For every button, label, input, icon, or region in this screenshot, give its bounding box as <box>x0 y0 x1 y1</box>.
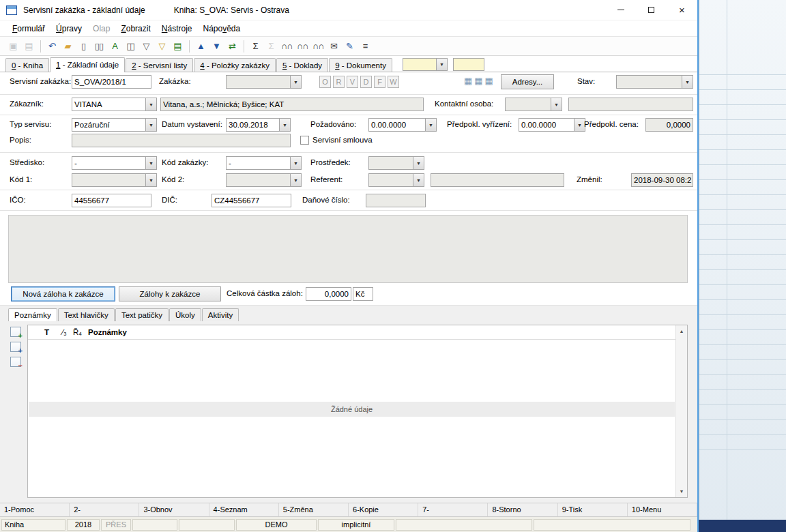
referent-detail-field[interactable] <box>431 173 564 187</box>
maximize-button[interactable] <box>636 0 667 20</box>
deposits-list-button[interactable]: Zálohy k zakázce <box>119 286 221 301</box>
stav-combo[interactable]: ▼ <box>616 75 693 89</box>
chevron-down-icon[interactable]: ▼ <box>145 174 156 186</box>
move-down-icon[interactable]: ▼ <box>209 39 224 54</box>
menu-item-formular[interactable]: Formulář <box>7 22 50 35</box>
dic-field[interactable]: CZ44556677 <box>212 194 291 207</box>
fnkey-10[interactable]: 10-Menu <box>628 503 697 516</box>
refresh-icon[interactable]: ⇄ <box>224 39 239 54</box>
chevron-down-icon[interactable]: ▼ <box>551 98 562 110</box>
fnkey-7[interactable]: 7- <box>418 503 488 516</box>
scroll-up-icon[interactable]: ▲ <box>680 325 684 337</box>
quick-field[interactable] <box>453 58 484 71</box>
new-document-icon[interactable]: ▯ <box>76 39 91 54</box>
kod2-combo[interactable]: ▼ <box>226 173 302 187</box>
address-grid-icon-2[interactable]: ▦ <box>474 76 482 85</box>
zakaznik-combo[interactable]: VITANA▼ <box>72 98 157 111</box>
zmenil-field[interactable]: 2018-09-30 08:2 <box>631 173 693 187</box>
tab-4[interactable]: 4 - Položky zakázky <box>194 58 276 72</box>
minimize-button[interactable] <box>605 0 636 20</box>
ico-field[interactable]: 44556677 <box>72 194 151 207</box>
zakazka-combo[interactable]: ▼ <box>226 75 302 89</box>
preview-icon[interactable]: ◫ <box>123 39 138 54</box>
kod1-combo[interactable]: ▼ <box>72 173 157 187</box>
filter-icon[interactable]: ▽ <box>139 39 154 54</box>
flag-button-f[interactable]: F <box>374 76 385 88</box>
quick-combo[interactable]: ▼ <box>403 58 448 71</box>
chevron-down-icon[interactable]: ▼ <box>279 119 290 131</box>
chevron-down-icon[interactable]: ▼ <box>413 157 424 169</box>
fnkey-5[interactable]: 5-Změna <box>279 503 349 516</box>
new-deposit-button[interactable]: Nová záloha k zakázce <box>11 286 115 301</box>
zakaznik-detail-field[interactable]: Vitana, a.s.; Mělnická; Byšice; KAT <box>160 98 424 111</box>
notes-tab-4[interactable]: Aktivity <box>202 308 239 321</box>
chevron-down-icon[interactable]: ▼ <box>290 157 301 169</box>
fnkey-2[interactable]: 2- <box>70 503 139 516</box>
danove-cislo-field[interactable] <box>366 194 426 207</box>
fnkey-9[interactable]: 9-Tisk <box>558 503 628 516</box>
fnkey-8[interactable]: 8-Storno <box>488 503 557 516</box>
find-icon[interactable]: ∩∩ <box>279 39 294 54</box>
edit-note-icon[interactable]: ✎ <box>342 39 357 54</box>
prostredek-combo[interactable]: ▼ <box>368 156 424 170</box>
menu-item-upravy[interactable]: Úpravy <box>50 22 87 35</box>
notes-scrollbar[interactable]: ▲ ▼ <box>675 325 687 497</box>
predpokl-vyrizeni-combo[interactable]: 0.00.0000▼ <box>519 118 585 132</box>
filter-active-icon[interactable]: ▽ <box>154 39 169 54</box>
servisni-zakazka-field[interactable]: S_OVA/2018/1 <box>72 75 151 89</box>
kontaktni-osoba-detail-field[interactable] <box>568 98 693 111</box>
stredisko-combo[interactable]: -▼ <box>72 156 157 170</box>
chevron-down-icon[interactable]: ▼ <box>436 59 447 70</box>
flag-button-r[interactable]: R <box>333 76 345 88</box>
chevron-down-icon[interactable]: ▼ <box>145 98 156 110</box>
kod-zakazky-combo[interactable]: -▼ <box>226 156 302 170</box>
find-new-icon[interactable]: ∩∩ <box>310 39 325 54</box>
notes-column-header-1[interactable]: ⁄₃ <box>58 328 69 336</box>
referent-combo[interactable]: ▼ <box>368 173 424 187</box>
menu-item-nastroje[interactable]: Nástroje <box>156 22 198 35</box>
tab-9[interactable]: 9 - Dokumenty <box>329 58 392 72</box>
note-delete-icon[interactable]: − <box>10 357 21 367</box>
notes-tab-3[interactable]: Úkoly <box>169 308 201 321</box>
sum-icon[interactable]: Σ <box>248 39 263 54</box>
servisni-smlouva-checkbox[interactable] <box>300 136 309 145</box>
kontaktni-osoba-combo[interactable]: ▼ <box>505 98 562 111</box>
datum-vystaveni-combo[interactable]: 30.09.2018▼ <box>226 118 291 132</box>
flag-button-w[interactable]: W <box>388 76 399 88</box>
close-button[interactable]: × <box>667 0 697 20</box>
typ-servisu-combo[interactable]: Pozáruční▼ <box>72 118 157 132</box>
layers-icon[interactable]: ▤ <box>170 39 185 54</box>
fnkey-3[interactable]: 3-Obnov <box>139 503 209 516</box>
note-add-icon[interactable]: + <box>10 327 21 337</box>
notes-tab-2[interactable]: Text patičky <box>115 308 169 321</box>
fnkey-6[interactable]: 6-Kopie <box>349 503 418 516</box>
mail-icon[interactable]: ✉ <box>326 39 341 54</box>
notes-tab-0[interactable]: Poznámky <box>8 308 57 321</box>
fnkey-1[interactable]: 1-Pomoc <box>0 503 70 516</box>
chevron-down-icon[interactable]: ▼ <box>145 119 156 131</box>
adresy-button[interactable]: Adresy... <box>501 74 554 89</box>
tab-0[interactable]: 0 - Kniha <box>5 58 49 72</box>
chevron-down-icon[interactable]: ▼ <box>290 76 301 88</box>
notes-column-header-3[interactable]: Poznámky <box>84 328 127 336</box>
copy-icon[interactable]: ▯▯ <box>91 39 106 54</box>
note-copy-icon[interactable]: + <box>10 342 21 352</box>
chevron-down-icon[interactable]: ▼ <box>145 157 156 169</box>
notes-column-header-0[interactable]: T <box>40 328 58 336</box>
insert-template-icon[interactable]: A <box>107 39 122 54</box>
scroll-down-icon[interactable]: ▼ <box>680 486 684 497</box>
menu-item-napoveda[interactable]: Nápověda <box>197 22 246 35</box>
chevron-down-icon[interactable]: ▼ <box>574 119 585 131</box>
open-folder-icon[interactable]: ▰ <box>60 39 75 54</box>
address-grid-icon-1[interactable]: ▦ <box>464 76 472 85</box>
chevron-down-icon[interactable]: ▼ <box>425 119 436 131</box>
notes-column-header-2[interactable]: Ř₄ <box>69 328 84 336</box>
notes-tab-1[interactable]: Text hlavičky <box>58 308 115 321</box>
chevron-down-icon[interactable]: ▼ <box>682 76 693 88</box>
find-next-icon[interactable]: ∩∩ <box>295 39 310 54</box>
fnkey-4[interactable]: 4-Seznam <box>209 503 279 516</box>
predpokl-cena-field[interactable]: 0,0000 <box>645 118 693 132</box>
menu-item-zobrazit[interactable]: Zobrazit <box>115 22 156 35</box>
popis-field[interactable] <box>72 134 291 147</box>
deposits-total-field[interactable]: 0,0000 <box>306 287 351 301</box>
